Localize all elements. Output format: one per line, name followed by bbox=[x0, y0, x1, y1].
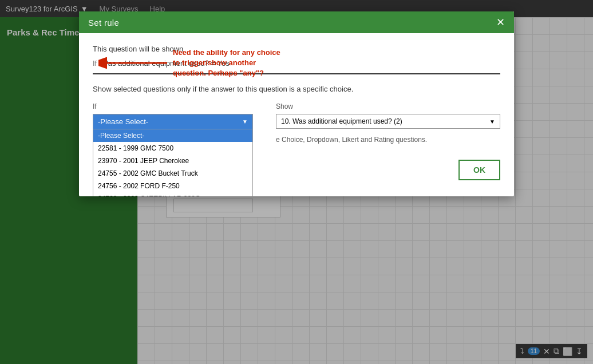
dialog-body: This question will be shown If Was addit… bbox=[79, 33, 514, 196]
dropdown-item-please-select[interactable]: -Please Select- bbox=[93, 129, 252, 142]
dialog-header: Set rule ✕ bbox=[79, 11, 514, 33]
show-column: Show 10. Was additional equipment used? … bbox=[264, 102, 500, 144]
annotation-text: Need the ability for any choice to trigg… bbox=[173, 48, 287, 79]
show-col-label: Show bbox=[276, 102, 500, 110]
annotation-container: Need the ability for any choice to trigg… bbox=[98, 48, 287, 79]
ok-button[interactable]: OK bbox=[458, 160, 500, 180]
dialog-title: Set rule bbox=[88, 18, 119, 27]
show-dropdown-arrow: ▼ bbox=[489, 118, 495, 125]
dialog-description: Show selected questions only if the answ… bbox=[93, 85, 500, 93]
show-note: e Choice, Dropdown, Likert and Rating qu… bbox=[276, 136, 500, 144]
if-dropdown-arrow: ▼ bbox=[242, 118, 248, 125]
if-col-label: If bbox=[93, 102, 264, 110]
set-rule-dialog: Set rule ✕ This question will be shown I… bbox=[79, 11, 514, 196]
dialog-col-headers: If -Please Select- ▼ -Please Select- 225… bbox=[93, 102, 500, 144]
dropdown-item-4[interactable]: 24768 - 2002 CATEPILLAR 928G bbox=[93, 192, 252, 196]
dropdown-item-3[interactable]: 24756 - 2002 FORD F-250 bbox=[93, 180, 252, 192]
dialog-overlay: Set rule ✕ This question will be shown I… bbox=[0, 0, 593, 364]
if-dropdown-wrapper: -Please Select- ▼ -Please Select- 22581 … bbox=[93, 114, 253, 129]
dropdown-item-1[interactable]: 23970 - 2001 JEEP Cherokee bbox=[93, 155, 252, 167]
annotation-arrow-svg bbox=[98, 49, 167, 77]
if-dropdown-trigger[interactable]: -Please Select- ▼ bbox=[93, 114, 253, 129]
condition-if-label: If bbox=[93, 59, 97, 68]
if-column-header: If -Please Select- ▼ -Please Select- 225… bbox=[93, 102, 264, 144]
if-dropdown-list[interactable]: -Please Select- 22581 - 1999 GMC 7500 23… bbox=[93, 129, 253, 196]
dropdown-item-2[interactable]: 24755 - 2002 GMC Bucket Truck bbox=[93, 167, 252, 180]
if-dropdown-selected: -Please Select- bbox=[98, 117, 148, 126]
dialog-close-button[interactable]: ✕ bbox=[496, 17, 505, 27]
show-dropdown[interactable]: 10. Was additional equipment used? (2) ▼ bbox=[276, 114, 500, 129]
show-dropdown-selected: 10. Was additional equipment used? (2) bbox=[281, 117, 402, 125]
dropdown-item-0[interactable]: 22581 - 1999 GMC 7500 bbox=[93, 142, 252, 155]
